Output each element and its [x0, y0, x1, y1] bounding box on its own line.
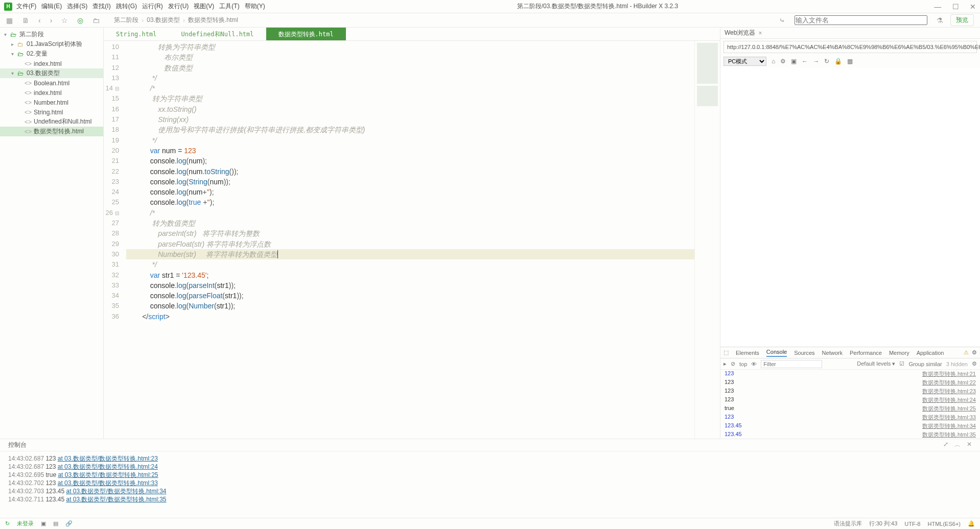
- editor[interactable]: 1011121314⊟151617181920212223242526⊟2728…: [104, 41, 720, 439]
- file-tree[interactable]: ▾🗁第二阶段▸🗀01.JavaScript初体验▾🗁02.变量<>index.h…: [0, 28, 104, 439]
- link-icon[interactable]: 🔗: [65, 520, 73, 527]
- console-output[interactable]: 123数据类型转换.html:21123数据类型转换.html:22123数据类…: [720, 370, 980, 439]
- preview-button[interactable]: 预览: [950, 14, 974, 26]
- warning-icon[interactable]: ⚠: [964, 349, 969, 356]
- devtools-tab[interactable]: Elements: [736, 350, 759, 356]
- console-source-link[interactable]: 数据类型转换.html:35: [922, 431, 976, 439]
- devtools-tab[interactable]: Sources: [794, 350, 814, 356]
- code-line[interactable]: */: [126, 135, 694, 146]
- menu-item[interactable]: 文件(F): [16, 3, 36, 10]
- console-source-link[interactable]: 数据类型转换.html:33: [922, 414, 976, 421]
- breadcrumb-item[interactable]: 03.数据类型: [147, 16, 180, 25]
- chevron-up-icon[interactable]: ︿: [954, 441, 961, 449]
- filter-icon[interactable]: ⚗: [937, 16, 943, 25]
- refresh-icon[interactable]: ↻: [824, 58, 829, 65]
- new-file-icon[interactable]: ▦: [6, 16, 13, 25]
- log-source-link[interactable]: at 03.数据类型/数据类型转换.html:24: [58, 463, 158, 470]
- qr-icon[interactable]: ▦: [847, 58, 853, 65]
- login-status[interactable]: 未登录: [17, 520, 34, 527]
- code-line[interactable]: console.log(Number(str1));: [126, 301, 694, 311]
- console-log-body[interactable]: 14:43:02.687 123 at 03.数据类型/数据类型转换.html:…: [0, 451, 980, 518]
- minimize-icon[interactable]: —: [934, 3, 941, 11]
- inspect-icon[interactable]: ⬚: [724, 349, 729, 356]
- sync-icon[interactable]: ↻: [5, 520, 10, 527]
- code-line[interactable]: parseInt(str) 将字符串转为整数: [126, 228, 694, 238]
- code-line[interactable]: */: [126, 73, 694, 83]
- tree-item[interactable]: ▸🗀01.JavaScript初体验: [0, 39, 103, 49]
- close-icon[interactable]: ×: [758, 30, 762, 37]
- code-line[interactable]: </script>: [126, 311, 694, 322]
- group-checkbox[interactable]: ☑: [899, 360, 904, 367]
- tree-item[interactable]: ▾🗁02.变量: [0, 49, 103, 59]
- code-line[interactable]: var num = 123: [126, 146, 694, 156]
- log-levels[interactable]: Default levels ▾: [857, 360, 895, 367]
- forward-icon[interactable]: ›: [50, 16, 53, 25]
- log-source-link[interactable]: at 03.数据类型/数据类型转换.html:23: [58, 455, 158, 462]
- editor-tab[interactable]: String.html: [104, 28, 169, 40]
- code-line[interactable]: var str1 = '123.45';: [126, 270, 694, 280]
- target-icon[interactable]: ◎: [77, 16, 83, 25]
- file-filter-input[interactable]: [795, 15, 927, 25]
- eye-icon[interactable]: 👁: [751, 361, 757, 367]
- browser-mode-select[interactable]: PC模式: [724, 57, 766, 66]
- tree-item[interactable]: <>index.html: [0, 88, 103, 98]
- menu-item[interactable]: 帮助(Y): [245, 3, 265, 10]
- star-icon[interactable]: ☆: [61, 16, 68, 25]
- menu-item[interactable]: 跳转(G): [116, 3, 137, 10]
- code-area[interactable]: 转换为字符串类型 布尔类型 数值类型 */ /* 转为字符串类型 xx.toSt…: [122, 41, 694, 439]
- clear-icon[interactable]: ⊘: [731, 360, 735, 367]
- code-line[interactable]: */: [126, 259, 694, 270]
- syntax-hint[interactable]: 语法提示库: [834, 520, 862, 527]
- tree-item[interactable]: <>数据类型转换.html: [0, 127, 103, 136]
- code-line[interactable]: console.log(String(num));: [126, 177, 694, 187]
- devtools-tab[interactable]: Performance: [850, 350, 882, 356]
- code-line[interactable]: console.log(num+'');: [126, 187, 694, 197]
- minimap[interactable]: [694, 41, 720, 439]
- code-line[interactable]: console.log(num.toString());: [126, 166, 694, 177]
- log-source-link[interactable]: at 03.数据类型/数据类型转换.html:35: [66, 496, 166, 503]
- devtools-tab[interactable]: Console: [766, 349, 787, 357]
- menu-item[interactable]: 编辑(E): [41, 3, 62, 10]
- log-source-link[interactable]: at 03.数据类型/数据类型转换.html:34: [66, 488, 166, 495]
- code-line[interactable]: 数值类型: [126, 63, 694, 73]
- home-icon[interactable]: ⌂: [772, 58, 775, 65]
- breadcrumb-item[interactable]: 第二阶段: [114, 16, 138, 25]
- console-source-link[interactable]: 数据类型转换.html:24: [922, 396, 976, 404]
- back-icon[interactable]: ‹: [38, 16, 41, 25]
- filter-input[interactable]: [761, 360, 822, 368]
- log-source-link[interactable]: at 03.数据类型/数据类型转换.html:33: [58, 479, 158, 487]
- menu-item[interactable]: 发行(U): [168, 3, 189, 10]
- stop-icon[interactable]: ▣: [791, 58, 797, 65]
- editor-tab[interactable]: Undefined和Null.html: [169, 28, 266, 40]
- bell-icon[interactable]: 🔔: [968, 520, 975, 527]
- browser-tab[interactable]: Web浏览器 ×: [720, 28, 980, 39]
- code-line[interactable]: console.log(num);: [126, 156, 694, 166]
- code-line[interactable]: 布尔类型: [126, 52, 694, 62]
- folder-icon[interactable]: 🗀: [92, 16, 100, 25]
- tree-item[interactable]: ▾🗁03.数据类型: [0, 68, 103, 78]
- code-line[interactable]: xx.toString(): [126, 104, 694, 114]
- forward-icon[interactable]: →: [813, 58, 819, 65]
- url-bar[interactable]: http://127.0.0.1:8848/%E7%AC%AC%E4%BA%8C…: [724, 41, 977, 53]
- tree-item[interactable]: <>Boolean.html: [0, 78, 103, 88]
- tree-item[interactable]: <>Number.html: [0, 98, 103, 107]
- clear-icon[interactable]: ✕: [967, 441, 972, 449]
- console-source-link[interactable]: 数据类型转换.html:22: [922, 379, 976, 387]
- devtools-tab[interactable]: Application: [917, 350, 944, 356]
- menu-item[interactable]: 选择(S): [67, 3, 87, 10]
- tree-item[interactable]: <>index.html: [0, 59, 103, 68]
- lock-icon[interactable]: 🔒: [834, 58, 842, 65]
- code-line[interactable]: 转换为字符串类型: [126, 42, 694, 52]
- code-line[interactable]: /*: [126, 208, 694, 218]
- gear-icon[interactable]: ⚙: [780, 58, 786, 65]
- code-line[interactable]: Number(str) 将字符串转为数值类型: [126, 249, 694, 259]
- code-line[interactable]: 使用加号和字符串进行拼接(和字符串进行拼接,都变成字符串类型): [126, 125, 694, 135]
- code-line[interactable]: 转为数值类型: [126, 218, 694, 228]
- expand-icon[interactable]: ⤢: [943, 441, 948, 449]
- tree-item[interactable]: <>String.html: [0, 107, 103, 117]
- log-source-link[interactable]: at 03.数据类型/数据类型转换.html:25: [58, 471, 158, 478]
- console-source-link[interactable]: 数据类型转换.html:21: [922, 370, 976, 378]
- menu-item[interactable]: 运行(R): [142, 3, 163, 10]
- back-icon[interactable]: ←: [802, 58, 808, 65]
- maximize-icon[interactable]: ☐: [952, 3, 959, 11]
